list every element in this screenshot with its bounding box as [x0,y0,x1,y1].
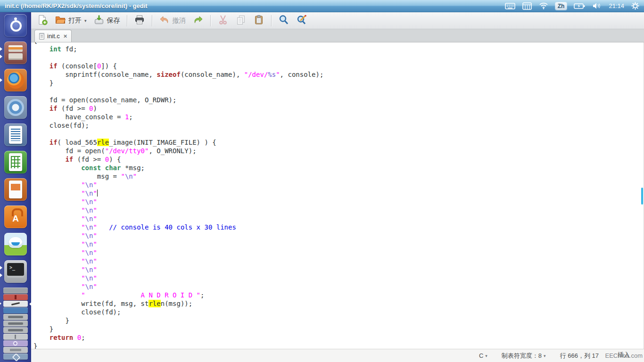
unity-launcher [0,12,31,362]
search-icon [278,14,289,27]
code-view: { int fd; if (console[0]) { snprintf(con… [33,42,644,349]
code-line: return 0; [33,333,644,342]
launcher-item-libreoffice-calc[interactable] [4,151,27,173]
replace-button[interactable] [293,13,310,29]
launcher-item-usb-creator[interactable] [3,334,28,340]
redo-icon [192,14,204,27]
clock[interactable]: 21:14 [609,2,624,9]
print-icon [134,14,145,27]
tab-width-label: 制表符宽度：8 [502,352,542,360]
running-indicator-pip [0,273,2,277]
input-method-indicator[interactable]: Zh [555,2,567,10]
code-line: msg = "\n" [33,172,644,181]
code-line: } [33,342,644,349]
print-button[interactable] [131,13,148,29]
code-line: } [33,79,644,87]
save-label: 保存 [107,16,120,25]
launcher-item-drive-2[interactable] [3,321,28,327]
tab-init-c[interactable]: init.c × [34,30,72,42]
launcher-item-robot-assistant[interactable] [4,233,27,255]
system-tray: Zh 21:14 [505,2,639,10]
launcher-folded-stack [3,288,28,360]
launcher-item-libreoffice-writer[interactable] [4,123,27,146]
launcher-item-image-viewer[interactable] [3,307,28,313]
tab-label: init.c [47,33,60,40]
code-line: "\n" [33,257,644,265]
code-line: int fd; [33,45,644,53]
code-line: "\n" [33,189,644,197]
running-indicator-pip [0,78,2,82]
tab-bar: init.c × [31,29,644,42]
new-document-button[interactable] [34,13,51,29]
open-dropdown-icon[interactable]: ▾ [84,18,87,23]
copy-button[interactable] [232,13,249,29]
launcher-item-gedit[interactable] [3,301,28,307]
wifi-icon[interactable] [539,2,548,9]
code-line: "\n" [33,181,644,189]
window-title: init.c (/home/RK/PX2/sdk/system/core/ini… [5,2,148,9]
language-label: C [479,352,483,359]
cut-button[interactable] [215,13,231,29]
find-button[interactable] [275,13,292,29]
new-document-icon [37,14,48,27]
launcher-item-wine[interactable] [3,294,28,300]
launcher-item-tool[interactable] [3,288,28,294]
tab-close-icon[interactable]: × [64,33,67,40]
launcher-item-media-player[interactable] [3,347,28,353]
toolbar-separator [210,15,211,26]
code-line: "\n" [33,248,644,257]
code-line: "\n" [33,282,644,291]
panel-grid-icon[interactable] [522,2,532,10]
battery-icon[interactable] [574,3,585,9]
volume-icon[interactable] [592,2,602,9]
cut-scissors-icon [217,14,229,27]
undo-button[interactable]: 撤消 [156,13,189,29]
tab-width-selector[interactable]: 制表符宽度：8 ▾ [502,352,546,360]
launcher-item-trash[interactable] [3,354,28,360]
toolbar-separator [127,15,127,26]
code-line [33,130,644,138]
code-line: if (fd >= 0) { [33,155,644,164]
launcher-item-chromium[interactable] [4,96,27,119]
open-button[interactable]: 打开 ▾ [52,13,90,29]
save-icon [93,14,105,27]
status-bar: C ▾ 制表符宽度：8 ▾ 行 666，列 17 插入 EEChina.com [31,349,644,362]
save-button[interactable]: 保存 [91,13,123,29]
running-indicator-pip [0,47,2,51]
chevron-down-icon: ▾ [544,354,546,358]
scrollbar-thumb[interactable] [641,188,643,205]
launcher-item-drive-1[interactable] [3,314,28,320]
code-line: if (fd >= 0) [33,104,644,113]
toolbar-separator [271,15,272,26]
launcher-item-drive-3[interactable] [3,327,28,333]
code-line: } [33,325,644,333]
chevron-down-icon: ▾ [485,354,487,358]
paste-button[interactable] [250,13,267,29]
titlebar: init.c (/home/RK/PX2/sdk/system/core/ini… [0,0,644,12]
undo-label: 撤消 [173,16,186,25]
code-line: " A N D R O I D "; [33,291,644,299]
code-line: "\n" [33,231,644,240]
undo-icon [159,14,170,27]
redo-button[interactable] [190,13,206,29]
launcher-item-libreoffice-impress[interactable] [4,178,27,201]
search-replace-icon [296,14,307,27]
gear-icon[interactable] [631,2,639,10]
launcher-item-dash-home[interactable] [4,14,27,37]
code-line: "\n" [33,206,644,214]
code-line: "\n" [33,265,644,274]
language-selector[interactable]: C ▾ [479,352,487,359]
code-line: "\n" [33,240,644,248]
launcher-item-firefox[interactable] [4,69,27,91]
launcher-item-terminal[interactable] [4,260,27,283]
running-indicator-pip [0,55,2,58]
launcher-item-cd-burner[interactable] [3,340,28,346]
document-icon [39,33,44,40]
launcher-item-file-cabinet[interactable] [4,41,27,64]
code-line: "\n" [33,274,644,282]
text-editor-area[interactable]: { int fd; if (console[0]) { snprintf(con… [31,42,644,349]
launcher-item-software-center[interactable] [4,206,27,228]
toolbar-separator [152,15,152,26]
keyboard-icon[interactable] [505,2,515,10]
code-line: "\n" [33,214,644,223]
